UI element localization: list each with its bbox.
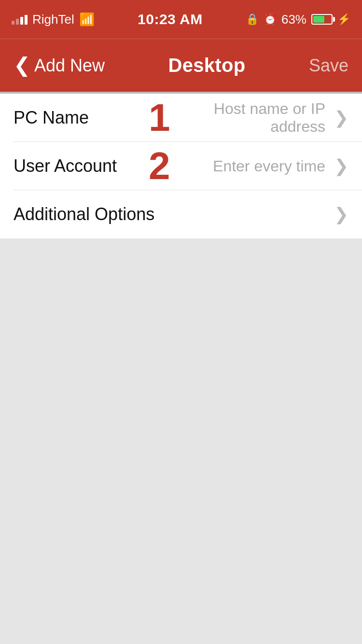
status-time: 10:23 AM [138,11,203,28]
gray-background [0,238,362,644]
save-button[interactable]: Save [309,56,348,76]
additional-options-label: Additional Options [14,204,330,224]
pc-name-label: PC Name [14,108,139,128]
form-section: PC Name 1 Host name or IP address ❯ User… [0,94,362,238]
step-2-number: 2 [149,147,170,185]
user-account-row[interactable]: User Account 2 Enter every time ❯ [0,142,362,190]
user-account-chevron-icon: ❯ [334,156,348,176]
pc-name-row[interactable]: PC Name 1 Host name or IP address ❯ [0,94,362,142]
additional-options-chevron-icon: ❯ [334,204,348,224]
pc-name-value: Host name or IP address [180,100,331,136]
back-label: Add New [34,56,105,76]
row-divider-2 [14,190,362,190]
user-account-value: Enter every time [180,157,331,175]
step-1-number: 1 [149,98,170,137]
back-button[interactable]: ❮ Add New [14,56,105,76]
battery-percent: 63% [281,12,306,27]
additional-options-row[interactable]: Additional Options ❯ [0,190,362,238]
user-account-label: User Account [14,156,139,176]
nav-bar: ❮ Add New Desktop Save [0,39,362,92]
pc-name-chevron-icon: ❯ [334,108,348,128]
wifi-icon: 📶 [79,12,95,27]
status-bar-right: 🔒 ⏰ 63% ⚡ [246,12,350,27]
lock-icon: 🔒 [246,13,259,26]
battery-icon [311,14,333,25]
page-title: Desktop [168,55,246,76]
status-bar: RighTel 📶 10:23 AM 🔒 ⏰ 63% ⚡ [0,0,362,39]
alarm-icon: ⏰ [264,13,277,26]
status-bar-left: RighTel 📶 [12,12,95,27]
back-chevron-icon: ❮ [14,55,30,75]
carrier-label: RighTel [32,12,74,27]
charging-icon: ⚡ [337,13,350,26]
signal-icon [12,14,28,25]
